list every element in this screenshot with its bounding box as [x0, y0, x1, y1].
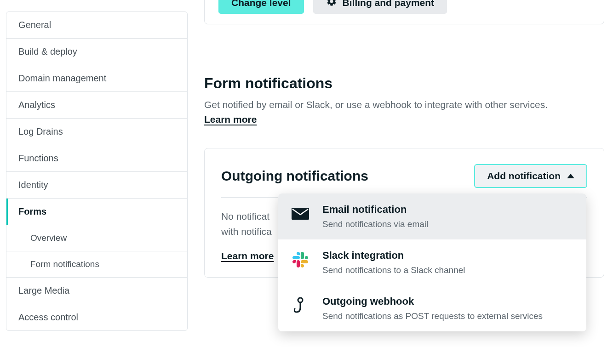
gear-icon [326, 0, 337, 9]
sidebar-item-large-media[interactable]: Large Media [6, 278, 187, 304]
outgoing-learn-more-link[interactable]: Learn more [221, 250, 274, 262]
dropdown-item-email[interactable]: Email notification Send notifications vi… [278, 193, 586, 239]
add-notification-dropdown: Email notification Send notifications vi… [278, 193, 586, 331]
sidebar-subitem-form-notifications[interactable]: Form notifications [6, 251, 187, 278]
sidebar-item-forms[interactable]: Forms [6, 199, 187, 225]
sidebar-item-domain-management[interactable]: Domain management [6, 65, 187, 92]
email-icon [291, 205, 309, 223]
sidebar-item-access-control[interactable]: Access control [6, 304, 187, 330]
learn-more-link[interactable]: Learn more [204, 114, 257, 125]
dropdown-slack-title: Slack integration [322, 250, 573, 262]
dropdown-item-webhook[interactable]: Outgoing webhook Send notifications as P… [278, 285, 586, 331]
add-notification-label: Add notification [487, 171, 561, 182]
sidebar-item-functions[interactable]: Functions [6, 145, 187, 172]
webhook-icon [291, 296, 309, 315]
chevron-up-icon [567, 174, 574, 178]
sidebar-item-general[interactable]: General [6, 12, 187, 39]
outgoing-notifications-card: Outgoing notifications Add notification … [204, 148, 604, 278]
sidebar-item-analytics[interactable]: Analytics [6, 92, 187, 119]
outgoing-title: Outgoing notifications [221, 168, 368, 184]
sidebar-item-identity[interactable]: Identity [6, 172, 187, 199]
settings-sidebar: General Build & deploy Domain management… [6, 11, 188, 331]
billing-payment-button[interactable]: Billing and payment [313, 0, 447, 14]
dropdown-slack-subtitle: Send notifications to a Slack channel [322, 265, 573, 275]
add-notification-button[interactable]: Add notification [474, 164, 587, 188]
main-content: Change level Billing and payment Form no… [204, 0, 613, 331]
change-level-button[interactable]: Change level [218, 0, 304, 14]
sidebar-item-build-deploy[interactable]: Build & deploy [6, 39, 187, 65]
sidebar-item-log-drains[interactable]: Log Drains [6, 119, 187, 145]
dropdown-item-slack[interactable]: Slack integration Send notifications to … [278, 239, 586, 285]
billing-payment-label: Billing and payment [343, 0, 435, 8]
dropdown-email-title: Email notification [322, 204, 573, 216]
section-title: Form notifications [204, 75, 613, 92]
dropdown-email-subtitle: Send notifications via email [322, 219, 573, 229]
sidebar-subitem-overview[interactable]: Overview [6, 225, 187, 251]
dropdown-webhook-subtitle: Send notifications as POST requests to e… [322, 311, 573, 321]
dropdown-webhook-title: Outgoing webhook [322, 296, 573, 307]
section-description: Get notified by email or Slack, or use a… [204, 97, 613, 112]
slack-icon [291, 250, 309, 269]
plan-card: Change level Billing and payment [204, 0, 604, 24]
